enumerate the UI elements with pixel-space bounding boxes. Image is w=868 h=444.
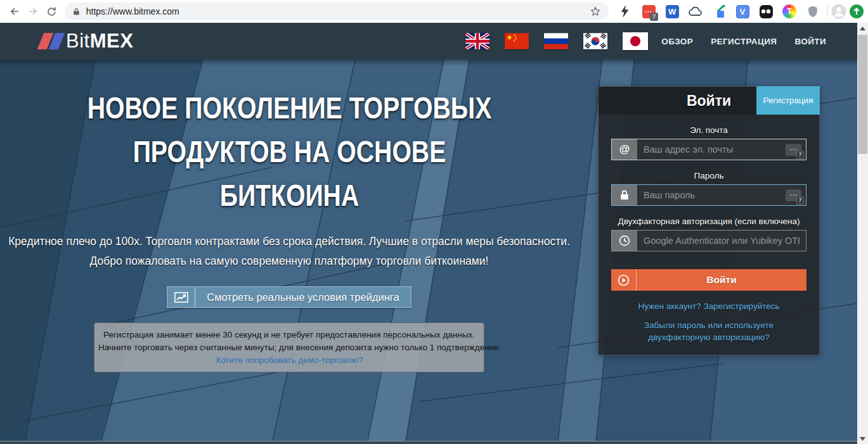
- login-panel-header: Войти Регистрация: [599, 87, 819, 115]
- word-extension-icon[interactable]: W: [664, 4, 680, 19]
- twofa-field-row: [611, 230, 806, 251]
- at-sign-icon: @: [612, 139, 637, 160]
- password-input[interactable]: [637, 185, 786, 205]
- nav-overview[interactable]: ОБЗОР: [661, 37, 693, 46]
- nav-register[interactable]: РЕГИСТРАЦИЯ: [711, 37, 777, 46]
- hero-section: НОВОЕ ПОКОЛЕНИЕ ТОРГОВЫХ ПРОДУКТОВ НА ОС…: [0, 60, 857, 441]
- login-submit-label: Войти: [637, 269, 806, 291]
- bottom-edge-bar: [0, 441, 857, 444]
- email-field-row: @ ⋯7: [611, 139, 806, 160]
- korea-flag-icon[interactable]: [583, 33, 607, 49]
- rainbow-t-extension-icon[interactable]: T: [782, 4, 797, 19]
- login-submit-button[interactable]: Войти: [611, 269, 806, 291]
- update-green-icon[interactable]: [849, 4, 864, 19]
- page-scrollbar[interactable]: [857, 23, 868, 444]
- scrollbar-up-arrow[interactable]: [857, 23, 868, 34]
- email-label: Эл. почта: [611, 125, 806, 135]
- browser-back-button[interactable]: [5, 2, 23, 21]
- main-nav: ОБЗОР РЕГИСТРАЦИЯ ВОЙТИ: [661, 37, 826, 46]
- extension-badge: 7: [650, 13, 658, 21]
- lightning-extension-icon[interactable]: [618, 4, 633, 19]
- password-field-row: ⋯7: [611, 184, 806, 206]
- autofill-extension-icon[interactable]: ⋯7: [786, 144, 801, 156]
- hero-subtitle: Кредитное плечо до 100x. Торговля контра…: [8, 232, 570, 271]
- nav-login[interactable]: ВОЙТИ: [794, 37, 826, 46]
- robot-extension-icon[interactable]: [758, 4, 774, 19]
- forgot-password-link[interactable]: Забыли пароль или используете двухфактор…: [611, 319, 806, 343]
- view-trading-conditions-button[interactable]: Смотреть реальные условия трейдинга: [167, 286, 411, 308]
- chart-icon: [167, 287, 195, 307]
- scrollbar-thumb[interactable]: [858, 35, 867, 154]
- language-switcher: [465, 32, 648, 50]
- bitmex-logo[interactable]: BitMEX: [38, 30, 133, 53]
- browser-forward-button[interactable]: [23, 2, 42, 21]
- address-bar[interactable]: https://www.bitmex.com: [65, 3, 609, 20]
- autofill-extension-icon[interactable]: ⋯7: [786, 189, 801, 201]
- site-header: BitMEX: [0, 23, 868, 60]
- info-line: Регистрация занимает менее 30 секунд и н…: [98, 329, 480, 341]
- email-input[interactable]: [637, 139, 786, 160]
- registration-info-box: Регистрация занимает менее 30 секунд и н…: [94, 322, 484, 372]
- refresh-icon: [46, 6, 58, 18]
- bookmark-star-icon[interactable]: [590, 6, 601, 17]
- toolbar-divider: [827, 5, 827, 18]
- china-flag-icon[interactable]: [505, 33, 529, 49]
- password-label: Пароль: [611, 171, 806, 181]
- url-text[interactable]: https://www.bitmex.com: [86, 6, 584, 16]
- hero-title: НОВОЕ ПОКОЛЕНИЕ ТОРГОВЫХ ПРОДУКТОВ НА ОС…: [37, 86, 542, 217]
- lock-icon: [612, 185, 637, 205]
- https-lock-icon: [72, 7, 81, 16]
- cta-label: Смотреть реальные условия трейдинга: [195, 287, 410, 307]
- twofa-input[interactable]: [637, 231, 806, 251]
- play-icon: [611, 269, 637, 291]
- bitmex-logo-text: BitMEX: [66, 30, 133, 53]
- demo-trading-link[interactable]: Хотите попробовать демо-торговлю?: [216, 355, 363, 365]
- japan-flag-icon[interactable]: [623, 32, 648, 50]
- back-arrow-icon: [8, 5, 21, 18]
- browser-refresh-button[interactable]: [42, 2, 60, 21]
- profile-avatar[interactable]: [831, 4, 846, 19]
- twofa-label: Двухфакторная авторизация (если включена…: [611, 217, 806, 226]
- password-manager-extension-icon[interactable]: ⋯ 7: [641, 4, 656, 19]
- uk-flag-icon[interactable]: [465, 33, 489, 49]
- shield-extension-icon[interactable]: [805, 4, 820, 19]
- register-tab[interactable]: Регистрация: [756, 86, 820, 115]
- login-panel: Войти Регистрация Эл. почта @ ⋯7 Пароль …: [598, 86, 820, 355]
- russia-flag-icon[interactable]: [544, 33, 568, 49]
- browser-toolbar: https://www.bitmex.com ⋯ 7 W V T: [0, 0, 868, 23]
- extensions-row: ⋯ 7 W V T: [618, 4, 820, 19]
- login-title: Войти: [687, 92, 731, 110]
- signup-link[interactable]: Нужен аккаунт? Зарегистрируйтесь: [611, 300, 806, 312]
- scrollbar-down-arrow[interactable]: [857, 433, 868, 444]
- info-line: Начните торговать через считанные минуты…: [98, 341, 480, 354]
- cloud-extension-icon[interactable]: [688, 4, 703, 19]
- v-extension-icon[interactable]: V: [735, 4, 750, 19]
- bitmex-logo-icon: [38, 31, 66, 51]
- forward-arrow-icon: [27, 5, 39, 18]
- eyedropper-extension-icon[interactable]: [711, 4, 727, 19]
- clock-icon: [612, 231, 637, 251]
